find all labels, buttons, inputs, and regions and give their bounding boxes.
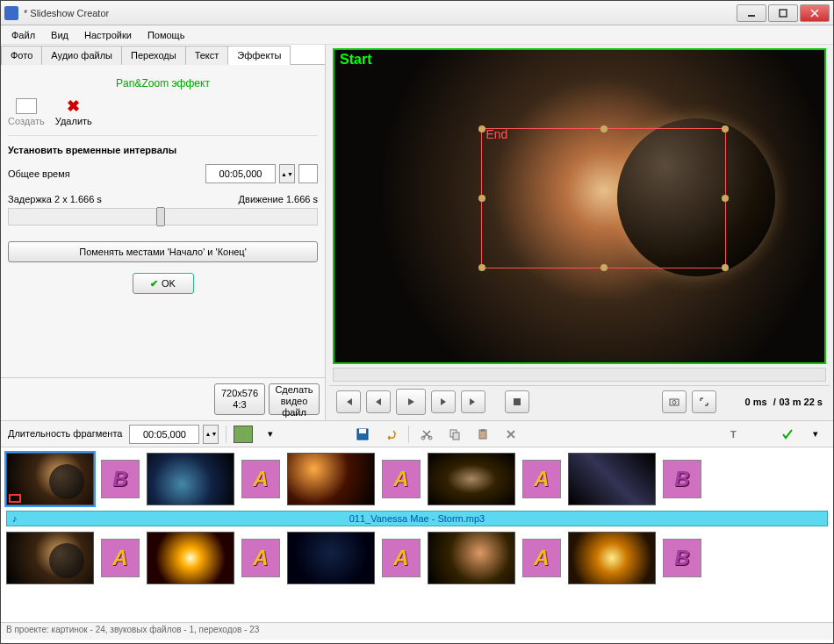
transition-thumb[interactable]: A bbox=[241, 539, 280, 577]
window-title: * Slideshow Creator bbox=[24, 8, 737, 18]
copy-icon[interactable] bbox=[444, 425, 465, 444]
slide-thumb[interactable] bbox=[6, 532, 94, 584]
left-panel: Фото Аудио файлы Переходы Текст Эффекты … bbox=[1, 45, 326, 420]
playback-bar: 0 ms / 03 m 22 s bbox=[329, 385, 830, 417]
timeline-row-2: A A A A B bbox=[1, 526, 833, 590]
slide-thumb[interactable] bbox=[568, 453, 656, 505]
slide-thumb[interactable] bbox=[147, 532, 234, 584]
preview-panel: Start End bbox=[326, 45, 833, 420]
transition-thumb[interactable]: A bbox=[522, 460, 561, 498]
delay-label: Задержка 2 x 1.666 s bbox=[8, 194, 102, 204]
resolution-button[interactable]: 720x5764:3 bbox=[214, 383, 265, 415]
delete-button[interactable]: ✖ Удалить bbox=[55, 98, 92, 126]
transition-thumb[interactable]: B bbox=[663, 539, 701, 577]
transition-thumb[interactable]: B bbox=[663, 460, 701, 498]
portrait-dropdown[interactable]: ▾ bbox=[260, 425, 281, 444]
tab-transitions[interactable]: Переходы bbox=[121, 46, 186, 65]
fragment-duration-input[interactable] bbox=[129, 425, 199, 444]
end-rect[interactable]: End bbox=[481, 128, 726, 268]
menu-view[interactable]: Вид bbox=[44, 28, 75, 42]
create-button[interactable]: Создать bbox=[8, 98, 45, 126]
menu-help[interactable]: Помощь bbox=[140, 28, 192, 42]
effect-marker-icon bbox=[9, 494, 21, 503]
svg-text:T: T bbox=[730, 429, 737, 440]
transition-thumb[interactable]: A bbox=[241, 460, 280, 498]
svg-rect-0 bbox=[748, 15, 755, 17]
slide-thumb[interactable] bbox=[568, 532, 656, 584]
svg-rect-10 bbox=[453, 433, 459, 440]
undo-icon[interactable] bbox=[380, 425, 401, 444]
total-time-spinner[interactable]: ▲▼ bbox=[279, 164, 295, 183]
svg-rect-12 bbox=[481, 429, 485, 432]
swap-button[interactable]: Поменять местами 'Начало' и 'Конец' bbox=[8, 241, 318, 262]
tab-effects[interactable]: Эффекты bbox=[227, 46, 291, 65]
check-icon: ✔ bbox=[150, 278, 158, 290]
fragment-bar: Длительность фрагмента ▲▼ ▾ T ▾ bbox=[1, 420, 833, 447]
motion-label: Движение 1.666 s bbox=[239, 194, 318, 204]
slide-thumb[interactable] bbox=[6, 453, 94, 505]
total-time-input[interactable] bbox=[205, 164, 276, 183]
save-icon[interactable] bbox=[352, 425, 373, 444]
tab-audio[interactable]: Аудио файлы bbox=[41, 46, 122, 65]
app-icon bbox=[4, 6, 18, 20]
svg-rect-6 bbox=[359, 429, 366, 433]
handle-tc[interactable] bbox=[600, 125, 608, 132]
slide-thumb[interactable] bbox=[428, 453, 515, 505]
transition-thumb[interactable]: A bbox=[382, 539, 421, 577]
maximize-button[interactable] bbox=[768, 4, 798, 22]
play-button[interactable] bbox=[396, 389, 426, 415]
svg-rect-1 bbox=[780, 10, 787, 17]
menu-file[interactable]: Файл bbox=[4, 28, 42, 42]
prev-button[interactable] bbox=[366, 390, 391, 413]
total-time-checkbox[interactable] bbox=[298, 164, 318, 183]
apply-dropdown[interactable]: ▾ bbox=[805, 425, 826, 444]
delete-icon[interactable] bbox=[500, 425, 521, 444]
timing-slider[interactable] bbox=[8, 208, 318, 225]
skip-start-button[interactable] bbox=[336, 390, 361, 413]
cut-icon[interactable] bbox=[416, 425, 437, 444]
tab-photo[interactable]: Фото bbox=[1, 46, 42, 65]
slide-thumb[interactable] bbox=[428, 532, 515, 584]
fragment-spinner[interactable]: ▲▼ bbox=[203, 425, 219, 444]
time-display: 0 ms / 03 m 22 s bbox=[744, 395, 823, 408]
preview-canvas[interactable]: Start End bbox=[333, 48, 826, 364]
svg-rect-2 bbox=[514, 398, 521, 405]
handle-ml[interactable] bbox=[478, 195, 485, 202]
next-button[interactable] bbox=[431, 390, 456, 413]
fragment-label: Длительность фрагмента bbox=[8, 428, 122, 440]
preview-scrollbar[interactable] bbox=[333, 368, 826, 382]
audio-track[interactable]: ♪ 011_Vanessa Mae - Storm.mp3 bbox=[6, 511, 828, 526]
paste-icon[interactable] bbox=[472, 425, 493, 444]
timeline-row-1: B A A A B bbox=[1, 447, 833, 511]
slider-thumb[interactable] bbox=[156, 207, 165, 226]
portrait-thumb[interactable] bbox=[234, 426, 253, 443]
export-video-button[interactable]: Сделатьвидео файл bbox=[269, 383, 320, 415]
total-time-label: Общее время bbox=[8, 168, 198, 179]
svg-point-4 bbox=[672, 400, 676, 404]
stop-button[interactable] bbox=[505, 390, 529, 413]
tab-text[interactable]: Текст bbox=[185, 46, 229, 65]
slide-thumb[interactable] bbox=[287, 453, 375, 505]
apply-icon[interactable] bbox=[777, 425, 798, 444]
transition-thumb[interactable]: A bbox=[522, 539, 561, 577]
statusbar: В проекте: картинок - 24, звуковых файло… bbox=[1, 622, 833, 640]
slide-thumb[interactable] bbox=[147, 453, 234, 505]
close-button[interactable] bbox=[800, 4, 830, 22]
create-rect-icon bbox=[16, 98, 37, 114]
transition-thumb[interactable]: A bbox=[382, 460, 421, 498]
menu-settings[interactable]: Настройки bbox=[77, 28, 139, 42]
snapshot-button[interactable] bbox=[662, 390, 687, 413]
music-note-icon: ♪ bbox=[12, 513, 18, 524]
transition-thumb[interactable]: B bbox=[101, 460, 140, 498]
transition-thumb[interactable]: A bbox=[101, 539, 140, 577]
skip-end-button[interactable] bbox=[461, 390, 485, 413]
ok-button[interactable]: ✔ OK bbox=[133, 273, 194, 294]
handle-tl[interactable] bbox=[478, 125, 485, 132]
text-tool-icon[interactable]: T bbox=[724, 425, 745, 444]
timeline[interactable]: B A A A B ♪ 011_Vanessa Mae - Storm.mp3 … bbox=[1, 447, 833, 622]
slide-thumb[interactable] bbox=[287, 532, 375, 584]
minimize-button[interactable] bbox=[737, 4, 766, 22]
fullscreen-button[interactable] bbox=[692, 390, 716, 413]
end-label: End bbox=[485, 127, 507, 141]
effect-title: Pan&Zoom эффект bbox=[8, 72, 318, 95]
